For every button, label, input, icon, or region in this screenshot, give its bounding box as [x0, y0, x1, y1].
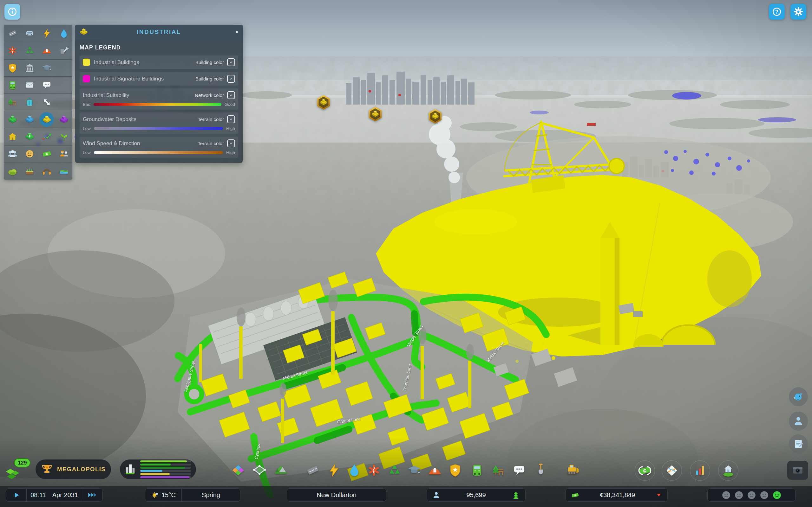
- transport-overview-button[interactable]: [662, 460, 682, 481]
- fast-forward-button[interactable]: [82, 489, 102, 501]
- electricity-button[interactable]: [326, 463, 342, 478]
- police-infoview-button[interactable]: [5, 60, 20, 75]
- weather-pill[interactable]: 15°C Spring: [145, 488, 241, 502]
- police-button[interactable]: [448, 463, 463, 478]
- office-zones-infoview-button[interactable]: [56, 112, 71, 127]
- tourism-infoview-button[interactable]: [22, 95, 37, 110]
- milestone-badge[interactable]: 129: [3, 458, 36, 482]
- terraforming-button[interactable]: [533, 463, 548, 478]
- ground-pollution-infoview-button[interactable]: [22, 164, 37, 178]
- industrial-area-marker[interactable]: [428, 109, 443, 124]
- roads-button[interactable]: [305, 463, 320, 478]
- play-icon: [12, 491, 20, 499]
- maintenance-icon: [59, 45, 69, 56]
- economy-button[interactable]: ¢: [635, 460, 655, 481]
- police-icon: [448, 463, 462, 477]
- administration-infoview-button[interactable]: [22, 60, 37, 75]
- post-infoview-button[interactable]: [22, 78, 37, 93]
- city-title-pill[interactable]: MEGALOPOLIS: [36, 459, 111, 479]
- maintenance-infoview-button[interactable]: [56, 43, 71, 58]
- water-infoview-button[interactable]: [56, 26, 71, 41]
- legend-checkbox[interactable]: [227, 91, 235, 99]
- happiness-infoview-button[interactable]: [22, 147, 37, 161]
- natural-resources-infoview-button[interactable]: [56, 130, 71, 144]
- legend-item-label: Groundwater Deposits: [83, 116, 198, 123]
- bird-icon: [793, 391, 804, 402]
- transportation-infoview-button[interactable]: [5, 78, 20, 93]
- communications-icon: [42, 80, 52, 90]
- chirper-button[interactable]: [789, 387, 808, 406]
- zoning-button[interactable]: [231, 463, 246, 478]
- industrial-zones-infoview-button[interactable]: [39, 112, 54, 127]
- noise-pollution-infoview-button[interactable]: [39, 164, 54, 178]
- garbage-button[interactable]: [387, 463, 402, 478]
- natural-resources-icon: [59, 131, 69, 142]
- traffic-infoview-button[interactable]: [22, 26, 37, 41]
- landscaping-icon: [273, 463, 288, 477]
- happy-face-icon-active: [773, 491, 781, 499]
- statistics-button[interactable]: [690, 460, 710, 481]
- trends-infoview-button[interactable]: [39, 130, 54, 144]
- city-name-pill[interactable]: New Dollarton: [287, 488, 386, 502]
- garbage-icon: [387, 463, 402, 477]
- communications-infoview-button[interactable]: [39, 78, 54, 93]
- legend-checkbox[interactable]: [227, 139, 235, 147]
- play-button[interactable]: [6, 489, 26, 501]
- vegetation-infoview-button[interactable]: [5, 164, 20, 178]
- residential-info-infoview-button[interactable]: [5, 130, 20, 144]
- journal-button[interactable]: [789, 435, 808, 453]
- happiness-pill[interactable]: [707, 488, 796, 502]
- bulldozer-button[interactable]: [565, 463, 580, 478]
- legend-panel: INDUSTRIAL MAP LEGEND Industrial Buildin…: [75, 25, 243, 163]
- parks-recreation-icon: [491, 463, 506, 477]
- industrial-area-marker[interactable]: [316, 95, 331, 110]
- roads-infoview-button[interactable]: [5, 26, 20, 41]
- legend-checkbox[interactable]: [227, 115, 235, 123]
- close-button[interactable]: [229, 26, 241, 38]
- garbage-infoview-button[interactable]: [22, 43, 37, 58]
- money-pill[interactable]: ¢ ¢38,341,849: [565, 488, 668, 502]
- legend-checkbox[interactable]: [227, 58, 235, 66]
- legend-checkbox[interactable]: [227, 75, 235, 83]
- progress-bar-track: [140, 470, 191, 472]
- follow-citizen-button[interactable]: [789, 412, 808, 431]
- water-pollution-infoview-button[interactable]: [56, 164, 71, 178]
- industrial-area-marker[interactable]: [368, 107, 383, 121]
- legend-item: Industrial SuitabilityNetwork colorBadGo…: [80, 89, 238, 110]
- parks-recreation-infoview-button[interactable]: [5, 95, 20, 110]
- residential-zones-infoview-button[interactable]: [5, 112, 20, 127]
- communications-button[interactable]: [512, 463, 527, 478]
- parks-recreation-button[interactable]: [491, 463, 506, 478]
- date-label: Apr 2031: [52, 492, 78, 499]
- outside-connections-infoview-button[interactable]: [39, 95, 54, 110]
- population-up-icon: [512, 491, 520, 499]
- land-value-infoview-button[interactable]: ¢: [22, 130, 37, 144]
- vegetation-icon: [7, 166, 18, 176]
- water-sewage-button[interactable]: [347, 463, 362, 478]
- commercial-zones-infoview-button[interactable]: [22, 112, 37, 127]
- fire-rescue-button[interactable]: [427, 463, 443, 478]
- fire-rescue-infoview-button[interactable]: [39, 43, 54, 58]
- noise-pollution-icon: [42, 166, 52, 176]
- transportation-button[interactable]: [469, 463, 485, 478]
- education-infoview-button[interactable]: [39, 60, 54, 75]
- districts-button[interactable]: [252, 463, 267, 478]
- city-progress-pill[interactable]: [120, 459, 196, 479]
- city-information-button[interactable]: [718, 460, 739, 481]
- photo-mode-button[interactable]: [787, 461, 808, 480]
- healthcare-infoview-button[interactable]: [5, 43, 20, 58]
- population-infoview-button[interactable]: [5, 147, 20, 161]
- ground-pollution-icon: [24, 166, 35, 176]
- healthcare-button[interactable]: [366, 463, 382, 478]
- education-button[interactable]: [407, 463, 422, 478]
- city-buildings-icon: [123, 462, 137, 476]
- info-views-button[interactable]: [4, 4, 20, 20]
- electricity-infoview-button[interactable]: [39, 26, 54, 41]
- population-pill[interactable]: 95,699: [426, 488, 525, 502]
- help-button[interactable]: ?: [769, 4, 785, 20]
- workers-infoview-button[interactable]: [56, 147, 71, 161]
- settings-button[interactable]: [791, 4, 806, 20]
- economy-info-infoview-button[interactable]: ¢: [39, 147, 54, 161]
- landscaping-button[interactable]: [273, 463, 288, 478]
- checkmark-icon: [230, 60, 233, 65]
